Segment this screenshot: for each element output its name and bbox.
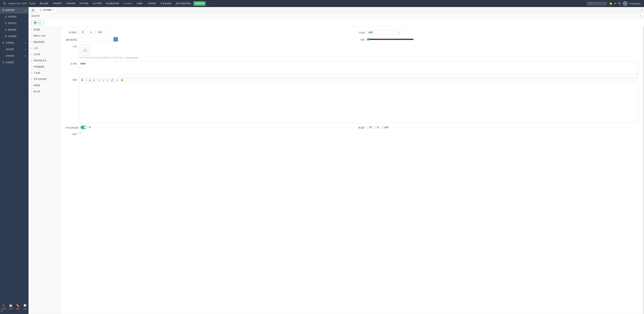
color-swatch[interactable] (113, 37, 118, 42)
request-radio-input[interactable] (79, 132, 81, 135)
tab-close-icon[interactable]: ✕ (53, 9, 54, 11)
hamburger-icon[interactable]: ☰ (2, 1, 8, 6)
richeditor-label: 给勤 (66, 77, 79, 82)
nav-workflow[interactable]: 流程管理 (194, 1, 206, 6)
emoji-button[interactable]: 😊 (120, 78, 124, 82)
username-label[interactable]: chendong... (629, 2, 642, 5)
italic-button[interactable]: I (84, 78, 88, 82)
slider-right-input[interactable] (367, 38, 414, 41)
nav-more-icon[interactable]: › (206, 2, 209, 5)
nav-erp[interactable]: ERP管理 (78, 1, 90, 6)
calendar-icon[interactable]: 📷 (618, 2, 621, 5)
align-center-button[interactable]: ≡ (102, 78, 106, 82)
data-template-icon: ☰ (5, 28, 7, 31)
strikethrough-button[interactable]: S (92, 78, 96, 82)
nav-default-desktop[interactable]: 默认桌面 (38, 1, 50, 6)
tab-bar: 🏠 📋 表单模板 ✕ ▼ (28, 7, 644, 13)
dropdown-select[interactable]: 全部 (367, 30, 400, 34)
control-item-toggle-radio[interactable]: ✦ 开关式单选框 (28, 76, 60, 82)
sidebar-item-form-management[interactable]: ☰ 表单管理 ▲ (0, 7, 28, 13)
radio-item-male[interactable]: 男 (367, 126, 372, 129)
control-item-dropdown[interactable]: ✦ 下拉框 (28, 70, 60, 76)
sidebar-item-label: 所有事务 (6, 54, 14, 57)
sidebar-item-all-tasks[interactable]: … 所有事务 ▼ (0, 53, 28, 59)
slider-right-row: 滑块 (353, 37, 638, 42)
align-left-button[interactable]: ≡ (98, 78, 102, 82)
controls-sidebar: ✦ 多选框 ✦ 滑块(1~100) ✦ 颜色选择器 ✦ 上传 (28, 27, 60, 314)
sidebar-item-label: 表单控件 (8, 22, 16, 25)
control-label: 单选框 (34, 84, 40, 87)
nav-hr[interactable]: 人事管理 (146, 1, 158, 6)
upload-dropzone[interactable]: ☁️ (79, 44, 90, 56)
resize-handle[interactable] (643, 27, 644, 314)
radio-female-input[interactable] (374, 126, 376, 129)
control-item-richtext[interactable]: ✦ 简单的富文本 (28, 58, 60, 64)
radio-monster-input[interactable] (382, 126, 384, 129)
nav-production[interactable]: 生产管理 (91, 1, 103, 6)
search-input[interactable] (587, 2, 607, 5)
control-item-multiselect[interactable]: ✦ 多选框 (28, 27, 60, 33)
radio-group: 男 女 妖怪 (367, 126, 638, 129)
nav-personal[interactable]: 个人中心 (122, 1, 134, 6)
notes-icon: ✏️ (16, 304, 20, 307)
sidebar-item-workflow-template[interactable]: ☰ 流程模板 ▼ (0, 40, 28, 46)
avatar[interactable]: 👤 (623, 1, 628, 6)
nav-school[interactable]: 学校管理 (51, 1, 63, 6)
email-icon[interactable]: ✉ (614, 2, 616, 5)
sidebar-footer-calendar[interactable]: 📅 日程 (7, 303, 14, 314)
sidebar-item-workflow-config[interactable]: ☰ 流程配置 (0, 59, 28, 66)
panel-title: 表单控件 (31, 14, 40, 17)
panel-close-button[interactable]: ✕ (639, 14, 641, 17)
control-item-input[interactable]: ✦ 输入框 (28, 89, 60, 95)
colorpicker-control (79, 37, 350, 42)
sidebar-item-form-control[interactable]: ☰ 表单控件 (0, 20, 28, 27)
sidebar-item-my-tasks[interactable]: … 我的事务 ▼ (0, 46, 28, 53)
undo-button[interactable]: ↩ (115, 78, 119, 82)
sidebar-item-data-template[interactable]: ☰ 数据模板 (0, 27, 28, 33)
content-area: 表单控件 ✕ 💾 保存 ✦ 多选框 ✦ (28, 13, 644, 314)
sidebar-footer-notes[interactable]: ✏️ 笔记 (14, 303, 22, 314)
toolbar: 💾 保存 (28, 19, 644, 27)
toggle-value: 否 (88, 126, 91, 129)
radio-item-female[interactable]: 女 (374, 126, 379, 129)
tab-expand-icon[interactable]: ▼ (641, 9, 643, 11)
nav-crm[interactable]: CRM管理 (64, 1, 77, 6)
color-text-input[interactable] (79, 37, 112, 41)
control-item-textarea[interactable]: ✦ 文本框 (28, 51, 60, 58)
underline-button[interactable]: U (88, 78, 92, 82)
radio-row: 单选框 男 女 (353, 125, 638, 129)
link-button[interactable]: 🔗 (110, 78, 115, 82)
request-row: 请问 (66, 132, 638, 136)
radio-male-input[interactable] (367, 126, 369, 129)
save-button[interactable]: 💾 保存 (31, 20, 44, 25)
bell-icon[interactable]: 🔔 (609, 2, 612, 5)
bold-button[interactable]: B (80, 78, 84, 82)
textarea-input[interactable]: 0000 (79, 61, 638, 75)
nav-dev[interactable]: 开发者桌面 (159, 1, 173, 6)
sidebar-footer-file[interactable]: ☰ 文件管理 (0, 303, 7, 314)
home-tab-icon[interactable]: 🏠 (30, 8, 36, 12)
toggle-switch[interactable] (80, 126, 87, 129)
control-item-slider[interactable]: ✦ 滑块(1~100) (28, 33, 60, 39)
radio-item-monster[interactable]: 妖怪 (382, 126, 389, 129)
toggle-group: 否 (80, 126, 350, 129)
ms-btn-female[interactable]: 女 (87, 30, 95, 35)
ms-btn-monster[interactable]: 妖怪 (95, 30, 105, 35)
nav-cloud[interactable]: 云服务 (135, 1, 144, 6)
nav-monitor[interactable]: 监控与报表系统 (174, 1, 192, 6)
nav-aftersale[interactable]: 售后服务管理 (104, 1, 120, 6)
control-item-colorpicker[interactable]: ✦ 颜色选择器 (28, 39, 60, 45)
brand-label: skyeye云办公 作者：卫志强 (8, 2, 36, 5)
align-right-button[interactable]: ≡ (106, 78, 109, 82)
ms-btn-male[interactable]: 男 (79, 30, 87, 35)
sidebar-item-form-limit[interactable]: ☰ 表单限制 (0, 13, 28, 20)
control-item-upload[interactable]: ✦ 上传 (28, 45, 60, 51)
rich-content[interactable] (79, 83, 638, 123)
control-item-codeeditor[interactable]: ✦ 代码编辑器 (28, 64, 60, 70)
sidebar-footer-forum[interactable]: 💬 论坛 (22, 303, 29, 314)
tab-form-template[interactable]: 📋 表单模板 ✕ (37, 7, 57, 12)
save-label: 保存 (37, 21, 42, 24)
sidebar-item-form-template[interactable]: ☰ 表单模板 (0, 33, 28, 40)
control-item-radio[interactable]: ✦ 单选框 (28, 82, 60, 89)
upload-label: 上传 (66, 44, 79, 48)
